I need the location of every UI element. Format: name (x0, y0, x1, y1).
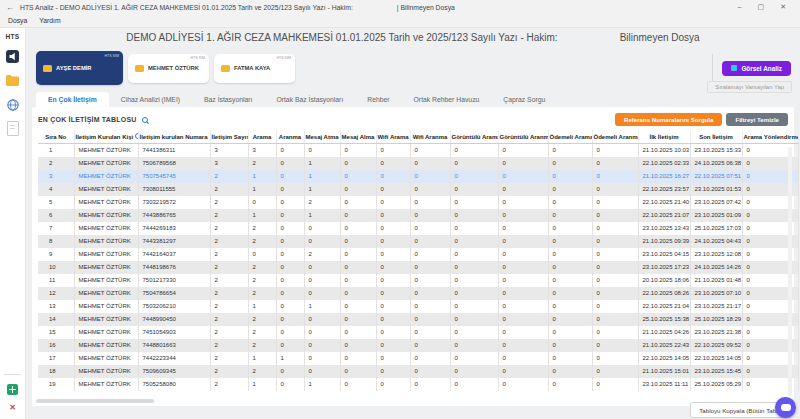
column-header[interactable]: Ödemeli Arama (548, 130, 592, 144)
tab-baz-istasyonlari[interactable]: Baz İstasyonları (192, 92, 264, 107)
sort-default-button[interactable]: Sıralamayı Varsayılan Yap (707, 81, 792, 93)
table-cell: MEHMET ÖZTÜRK (74, 274, 138, 287)
menu-item-dosya[interactable]: Dosya (8, 17, 27, 24)
table-cell: 23.10.2025 11:11 (638, 378, 690, 391)
table-cell: 0 (592, 183, 638, 196)
tab-capraz-sorgu[interactable]: Çapraz Sorgu (491, 92, 557, 107)
app-logo-icon[interactable] (5, 49, 20, 64)
close-red-icon[interactable]: ✕ (9, 404, 16, 412)
table-cell: 23.10.2025 12:08 (690, 248, 742, 261)
maximize-button[interactable]: ▢ (758, 3, 765, 11)
table-cell: 13 (38, 300, 74, 313)
back-arrow-icon[interactable]: ← (6, 3, 14, 12)
table-cell: 0 (410, 222, 450, 235)
table-cell: 7507545745 (138, 170, 210, 183)
tab-rehber[interactable]: Rehber (355, 92, 401, 107)
column-header[interactable]: Görüntülü Arama (450, 130, 498, 144)
column-header[interactable]: Sıra No (38, 130, 74, 144)
table-row[interactable]: 3MEHMET ÖZTÜRK75075457452101000000021.10… (38, 170, 798, 183)
table-cell: 22.10.2025 21:40 (638, 196, 690, 209)
column-header[interactable]: Arama Yönlendirme (742, 130, 798, 144)
table-row[interactable]: 2MEHMET ÖZTÜRK75067895683201000000022.10… (38, 157, 798, 170)
chat-fab-button[interactable] (775, 397, 796, 418)
table-cell: 2 (210, 209, 248, 222)
column-header[interactable]: İlk İletişim (638, 130, 690, 144)
table-cell: 1 (304, 209, 340, 222)
vertical-scrollbar[interactable] (788, 147, 792, 396)
table-cell: 0 (410, 144, 450, 158)
table-row[interactable]: 15MEHMET ÖZTÜRK74510549032200000000021.1… (38, 326, 798, 339)
table-row[interactable]: 1MEHMET ÖZTÜRK74413863113300000000021.10… (38, 144, 798, 158)
person-card-mehmet-ozturk[interactable]: MEHMET ÖZTÜRK HTS SIM (128, 54, 209, 83)
table-cell: 2 (210, 339, 248, 352)
window-titlebar: ← HTS Analiz - DEMO ADLİYESİ 1. AĞIR CEZ… (0, 0, 800, 14)
table-row[interactable]: 17MEHMET ÖZTÜRK74422233442110000000022.1… (38, 352, 798, 365)
visual-analysis-button[interactable]: Görsel Analiz (722, 61, 791, 76)
tab-en-cok-iletisim[interactable]: En Çok İletişim (36, 92, 109, 107)
globe-icon[interactable] (5, 97, 20, 112)
table-cell: 0 (376, 222, 410, 235)
table-row[interactable]: 5MEHMET ÖZTÜRK73032195722002000000022.10… (38, 196, 798, 209)
table-row[interactable]: 4MEHMET ÖZTÜRK73080115552101000000022.10… (38, 183, 798, 196)
table-cell: 0 (410, 326, 450, 339)
menu-bar: Dosya Yardım (0, 14, 800, 28)
tab-ortak-rehber-havuzu[interactable]: Ortak Rehber Havuzu (402, 92, 492, 107)
horizontal-scrollbar[interactable] (36, 399, 154, 403)
column-header[interactable]: İletişim Sayısı (210, 130, 248, 144)
folder-icon[interactable] (5, 73, 20, 88)
table-row[interactable]: 7MEHMET ÖZTÜRK74442691832200000000023.10… (38, 222, 798, 235)
column-header[interactable]: Mesaj Alma (340, 130, 376, 144)
table-cell: 0 (276, 157, 304, 170)
table-row[interactable]: 12MEHMET ÖZTÜRK75047866542200000000022.1… (38, 287, 798, 300)
table-row[interactable]: 16MEHMET ÖZTÜRK74488016632200000000021.1… (38, 339, 798, 352)
search-icon[interactable] (142, 117, 148, 123)
table-cell: 0 (340, 300, 376, 313)
table-cell: 1 (248, 300, 276, 313)
table-row[interactable]: 6MEHMET ÖZTÜRK74438867652101000000022.10… (38, 209, 798, 222)
table-row[interactable]: 13MEHMET ÖZTÜRK75032062102101000000022.1… (38, 300, 798, 313)
tab-cihaz-analizi[interactable]: Cihaz Analizi (IMEI) (109, 92, 192, 107)
table-row[interactable]: 18MEHMET ÖZTÜRK75096093452200000000021.1… (38, 365, 798, 378)
table-cell: 0 (592, 196, 638, 209)
table-cell: 7442223344 (138, 352, 210, 365)
minimize-button[interactable]: – (738, 3, 742, 11)
table-cell: 0 (548, 248, 592, 261)
column-header[interactable]: Wifi Arama (376, 130, 410, 144)
column-header[interactable]: Son İletişim (690, 130, 742, 144)
column-header[interactable]: Ödemeli Aranma (592, 130, 638, 144)
table-row[interactable]: 19MEHMET ÖZTÜRK75052580802101000000023.1… (38, 378, 798, 391)
table-cell: 0 (548, 352, 592, 365)
person-card-ayse-demir[interactable]: AYŞE DEMİR HTS SIM (36, 51, 123, 85)
table-row[interactable]: 14MEHMET ÖZTÜRK74489904502200000000025.1… (38, 313, 798, 326)
close-button[interactable]: ✕ (780, 3, 786, 11)
reference-query-button[interactable]: Referans Numaralarını Sorgula (615, 113, 722, 126)
table-cell: 7308011555 (138, 183, 210, 196)
column-header[interactable]: Aranma (276, 130, 304, 144)
excel-export-icon[interactable] (5, 382, 20, 397)
table-cell: MEHMET ÖZTÜRK (74, 326, 138, 339)
communication-table: Sıra Noİletişim Kurulan Kişiİletişim kur… (38, 130, 799, 391)
table-row[interactable]: 8MEHMET ÖZTÜRK74433812972200000000021.10… (38, 235, 798, 248)
tab-ortak-baz-istasyonlari[interactable]: Ortak Baz İstasyonları (264, 92, 355, 107)
person-card-fatma-kaya[interactable]: FATMA KAYA HTS SIM (214, 54, 295, 83)
table-cell: 0 (340, 365, 376, 378)
column-header[interactable]: Mesaj Atma (304, 130, 340, 144)
column-header[interactable]: Arama (248, 130, 276, 144)
table-row[interactable]: 11MEHMET ÖZTÜRK75012173302200000000020.1… (38, 274, 798, 287)
table-cell: 7505258080 (138, 378, 210, 391)
menu-item-yardim[interactable]: Yardım (39, 17, 60, 24)
document-icon[interactable] (5, 121, 20, 136)
table-cell: 2 (210, 300, 248, 313)
table-cell: 0 (376, 209, 410, 222)
column-header[interactable]: Görüntülü Aranma (498, 130, 548, 144)
table-cell: 0 (592, 261, 638, 274)
table-row[interactable]: 9MEHMET ÖZTÜRK74421640372002000000023.10… (38, 248, 798, 261)
table-cell: 0 (592, 170, 638, 183)
column-header[interactable]: İletişim kurulan Numara (138, 130, 210, 144)
column-header[interactable]: İletişim Kurulan Kişi (74, 130, 138, 144)
column-header[interactable]: Wifi Aranma (410, 130, 450, 144)
table-row[interactable]: 10MEHMET ÖZTÜRK74481986762200000000023.1… (38, 261, 798, 274)
table-cell: 0 (248, 248, 276, 261)
clear-filter-button[interactable]: Filtreyi Temizle (726, 113, 788, 126)
tab-bar: En Çok İletişim Cihaz Analizi (IMEI) Baz… (36, 88, 794, 107)
